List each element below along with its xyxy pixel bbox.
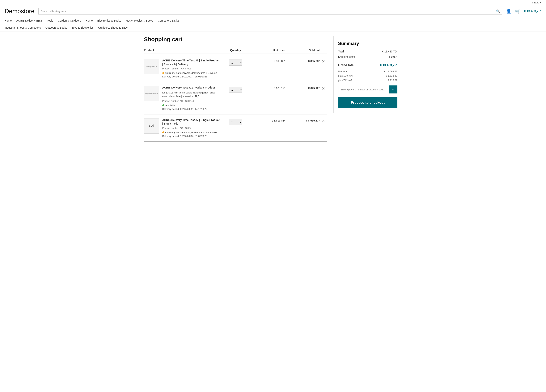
logo-light: store (21, 8, 34, 14)
item-2-number-label: Product number: (162, 100, 179, 102)
item-3-quantity-select[interactable]: 1 2 3 (229, 119, 242, 125)
nav-tools[interactable]: Tools (47, 19, 53, 22)
item-1-subtotal: € 895,88* (285, 59, 320, 63)
item-2-delivery-value: 08/12/2022 - 14/12/2022 (180, 107, 207, 110)
user-icon[interactable]: 👤 (506, 9, 511, 14)
item-2-availability-text: Available (165, 104, 176, 107)
nav-shoes[interactable]: Outdoors, Shoes & Baby (98, 26, 128, 29)
item-3-qty: 1 2 3 (220, 118, 251, 125)
search-bar: 🔍 (38, 8, 502, 15)
summary-total-row: Total € 13.433,75* (338, 50, 397, 53)
item-2-number-value: ACRIS-011.22 (180, 100, 195, 102)
discount-apply-button[interactable]: ✓ (389, 85, 397, 94)
item-1-delivery-label: Delivery period: (162, 75, 180, 78)
item-2-unit-price: € 625,12* (251, 86, 285, 90)
item-3-remove-button[interactable]: ✕ (322, 119, 325, 123)
item-3-info: ACRIS Delivery Time Test #7 | Single Pro… (162, 118, 220, 138)
cart-item-1: voluptatum ACRIS Delivery Time Test #3 |… (144, 55, 327, 82)
discount-row: ✓ (338, 85, 397, 94)
secondary-nav: Industrial, Shoes & Computers Outdoors &… (0, 24, 546, 32)
item-3-delivery-label: Delivery period: (162, 135, 180, 138)
item-3-number-value: ACRIS-007 (180, 127, 191, 130)
currency-label: € Euro (532, 1, 539, 4)
nav-home2[interactable]: Home (85, 19, 93, 22)
cart-icon[interactable]: 🛒 (515, 9, 520, 14)
discount-input[interactable] (338, 86, 389, 93)
item-2-status-dot (162, 104, 164, 106)
item-2-name: ACRIS Delivery Test #11 | Variant Produc… (162, 86, 220, 90)
logo[interactable]: Demostore (5, 8, 35, 15)
cart-section: Shopping cart Product Quantity Unit pric… (144, 36, 327, 142)
checkout-button[interactable]: Proceed to checkout (338, 97, 397, 108)
item-2-quantity-select[interactable]: 1 2 3 (229, 87, 242, 93)
item-1-remove-button[interactable]: ✕ (322, 59, 325, 63)
currency-selector[interactable]: € Euro ▾ (532, 1, 541, 4)
cart-bottom-border (144, 142, 327, 142)
summary-shipping-label: Shipping costs (338, 55, 356, 58)
summary-net-label: Net total (338, 70, 347, 73)
cart-title: Shopping cart (144, 36, 327, 43)
item-3-delivery-value: 16/02/2023 - 01/03/2023 (180, 135, 207, 138)
summary-section: Summary Total € 13.433,75* Shipping cost… (333, 36, 402, 142)
item-2-info: ACRIS Delivery Test #11 | Variant Produc… (162, 86, 220, 110)
item-1-status-dot (162, 72, 164, 74)
summary-grand-total-value: € 13.433,75* (380, 63, 397, 67)
nav-industrial[interactable]: Industrial, Shoes & Computers (5, 26, 41, 29)
cart-item-2: reprehenderit ACRIS Delivery Test #11 | … (144, 82, 327, 114)
item-2-image: reprehenderit (144, 86, 159, 101)
item-1-number-value: ACRIS-003 (180, 67, 191, 70)
summary-grand-total-row: Grand total € 13.433,75* (338, 61, 397, 67)
main-content: Shopping cart Product Quantity Unit pric… (139, 32, 407, 146)
checkout-label: Proceed to checkout (351, 101, 385, 105)
item-1-unit-price: € 895,88* (251, 59, 285, 63)
item-3-remove: ✕ (320, 118, 327, 123)
summary-vat19-row: plus 19% VAT € 1.618,49 (338, 74, 397, 77)
summary-grand-total-label: Grand total (338, 63, 354, 67)
nav-home[interactable]: Home (5, 19, 12, 22)
summary-vat19-label: plus 19% VAT (338, 74, 353, 77)
nav-computers[interactable]: Computers & Kids (158, 19, 180, 22)
nav-garden[interactable]: Garden & Outdoors (58, 19, 81, 22)
summary-total-label: Total (338, 50, 344, 53)
summary-vat19-value: € 1.618,49 (386, 74, 397, 77)
discount-check-icon: ✓ (392, 88, 395, 91)
cart-item-3: sed ACRIS Delivery Time Test #7 | Single… (144, 114, 327, 142)
item-1-qty: 1 2 3 (220, 59, 251, 66)
summary-title: Summary (338, 41, 397, 46)
item-2-qty: 1 2 3 (220, 86, 251, 93)
item-1-image: voluptatum (144, 59, 159, 74)
summary-shipping-value: € 0,00* (389, 55, 397, 58)
item-1-number-label: Product number: (162, 67, 179, 70)
col-header-subtotal: Subtotal (285, 49, 320, 52)
col-header-unit-price: Unit price (251, 49, 285, 52)
item-1-delivery: Delivery period: 12/01/2023 - 25/01/2023 (162, 75, 220, 78)
item-1-quantity-select[interactable]: 1 2 3 (229, 59, 242, 66)
item-1-availability-text: Currently not available, delivery time 3… (165, 71, 217, 74)
search-input[interactable] (41, 10, 495, 13)
item-2-product: reprehenderit ACRIS Delivery Test #11 | … (144, 86, 220, 110)
item-1-number: Product number: ACRIS-003 (162, 67, 220, 70)
nav-electronics[interactable]: Electronics & Books (97, 19, 121, 22)
item-3-availability: Currently not available, delivery time 3… (162, 131, 220, 134)
cart-amount[interactable]: € 13.433,75* (524, 10, 541, 13)
nav-music[interactable]: Music, Movies & Books (126, 19, 153, 22)
item-2-variants: length: 18 mm | shirt-color: darkmagenta… (162, 91, 220, 98)
nav-toys[interactable]: Toys & Electronics (72, 26, 94, 29)
item-2-availability: Available (162, 104, 220, 107)
item-2-remove-button[interactable]: ✕ (322, 87, 325, 90)
summary-vat7-label: plus 7% VAT (338, 79, 352, 82)
search-icon: 🔍 (496, 9, 500, 13)
header-actions: 👤 🛒 € 13.433,75* (506, 9, 541, 14)
summary-total-value: € 13.433,75* (382, 50, 397, 53)
item-1-product: voluptatum ACRIS Delivery Time Test #3 |… (144, 59, 220, 78)
currency-arrow-icon: ▾ (540, 1, 541, 4)
cart-table-header: Product Quantity Unit price Subtotal (144, 47, 327, 53)
item-2-remove: ✕ (320, 86, 327, 90)
nav-outdoors[interactable]: Outdoors & Books (46, 26, 67, 29)
item-3-name: ACRIS Delivery Time Test #7 | Single Pro… (162, 118, 220, 126)
item-3-product: sed ACRIS Delivery Time Test #7 | Single… (144, 118, 220, 138)
summary-vat7-value: € 215,69 (388, 79, 397, 82)
item-3-image: sed (144, 118, 159, 133)
item-3-number: Product number: ACRIS-007 (162, 127, 220, 130)
nav-acris[interactable]: ACRIS Delivery TEST (16, 19, 42, 22)
